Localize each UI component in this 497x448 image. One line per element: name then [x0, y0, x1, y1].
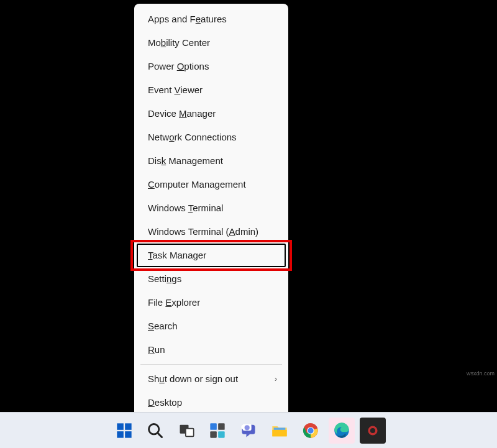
svg-rect-11 — [218, 431, 225, 438]
menu-item-computer-management[interactable]: Computer Management — [134, 173, 288, 196]
chat-button[interactable] — [235, 418, 262, 444]
svg-line-5 — [158, 432, 162, 437]
menu-item-mobility-center[interactable]: Mobility Center — [134, 31, 288, 55]
chrome-icon — [302, 422, 319, 439]
menu-item-label: File Explorer — [148, 296, 200, 309]
svg-rect-3 — [125, 431, 132, 438]
menu-item-label: Desktop — [148, 396, 182, 409]
svg-point-22 — [369, 427, 376, 434]
svg-rect-10 — [210, 431, 217, 438]
menu-item-label: Computer Management — [148, 178, 246, 191]
menu-item-label: Task Manager — [148, 249, 206, 262]
edge-icon — [333, 422, 350, 439]
start-button[interactable] — [111, 418, 137, 444]
menu-item-search[interactable]: Search — [134, 314, 288, 338]
start-icon — [116, 422, 133, 439]
chat-icon — [240, 422, 257, 439]
svg-rect-17 — [274, 427, 286, 430]
camera-icon — [364, 422, 381, 439]
camera-app-button[interactable] — [360, 418, 386, 444]
menu-item-label: Search — [148, 320, 178, 332]
menu-item-windows-terminal-admin[interactable]: Windows Terminal (Admin) — [134, 220, 288, 244]
edge-button[interactable] — [329, 418, 355, 444]
menu-item-label: Mobility Center — [148, 37, 210, 49]
menu-item-label: Device Manager — [148, 107, 216, 120]
desktop-background: Apps and FeaturesMobility CenterPower Op… — [0, 0, 497, 413]
chrome-button[interactable] — [298, 418, 324, 444]
search-icon — [147, 422, 164, 439]
menu-item-label: Shut down or sign out — [148, 373, 238, 385]
winx-context-menu: Apps and FeaturesMobility CenterPower Op… — [134, 4, 288, 418]
menu-item-label: Settings — [148, 273, 181, 285]
menu-separator — [140, 364, 282, 365]
chevron-right-icon: › — [275, 373, 277, 385]
menu-item-desktop[interactable]: Desktop — [134, 391, 288, 414]
file-explorer-button[interactable] — [267, 418, 293, 444]
search-button[interactable] — [142, 418, 168, 444]
svg-rect-9 — [218, 423, 225, 430]
menu-item-label: Windows Terminal (Admin) — [148, 226, 258, 238]
svg-rect-16 — [272, 429, 286, 436]
menu-item-shut-down-or-sign-out[interactable]: Shut down or sign out› — [134, 367, 288, 391]
task-view-button[interactable] — [173, 418, 199, 444]
menu-item-label: Windows Terminal — [148, 202, 223, 214]
menu-item-label: Apps and Features — [148, 13, 227, 25]
svg-point-15 — [245, 425, 250, 430]
watermark-text: wsxdn.com — [467, 370, 495, 377]
menu-item-file-explorer[interactable]: File Explorer — [134, 291, 288, 314]
taskbar — [0, 412, 497, 448]
menu-item-network-connections[interactable]: Network Connections — [134, 126, 288, 149]
widgets-button[interactable] — [204, 418, 230, 444]
svg-rect-2 — [117, 431, 124, 438]
menu-item-power-options[interactable]: Power Options — [134, 55, 288, 78]
menu-item-settings[interactable]: Settings — [134, 267, 288, 291]
menu-item-device-manager[interactable]: Device Manager — [134, 102, 288, 126]
svg-rect-1 — [125, 423, 132, 430]
menu-item-disk-management[interactable]: Disk Management — [134, 149, 288, 173]
task-view-icon — [178, 422, 195, 439]
widgets-icon — [209, 422, 226, 439]
menu-item-label: Power Options — [148, 60, 209, 73]
menu-item-label: Network Connections — [148, 131, 237, 144]
file-explorer-icon — [271, 422, 288, 439]
svg-rect-7 — [186, 428, 194, 436]
menu-item-label: Disk Management — [148, 155, 223, 167]
menu-item-run[interactable]: Run — [134, 338, 288, 362]
menu-item-label: Run — [148, 344, 165, 356]
svg-rect-8 — [210, 423, 217, 430]
menu-item-task-manager[interactable]: Task Manager — [137, 244, 286, 267]
menu-item-label: Event Viewer — [148, 84, 203, 96]
svg-rect-0 — [117, 423, 124, 430]
menu-item-windows-terminal[interactable]: Windows Terminal — [134, 196, 288, 220]
menu-item-apps-and-features[interactable]: Apps and Features — [134, 7, 288, 31]
svg-point-20 — [308, 427, 313, 433]
menu-item-event-viewer[interactable]: Event Viewer — [134, 78, 288, 102]
